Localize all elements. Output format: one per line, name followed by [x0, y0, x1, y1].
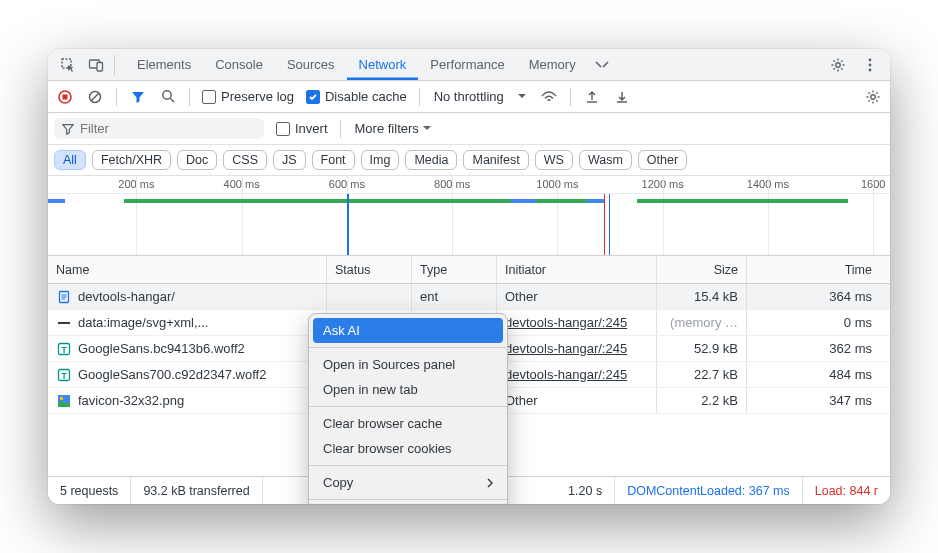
invert-checkbox[interactable]: Invert	[272, 121, 332, 136]
time-value: 362 ms	[829, 341, 872, 356]
time-value: 347 ms	[829, 393, 872, 408]
panel-tabs: Elements Console Sources Network Perform…	[125, 49, 818, 80]
disable-cache-label: Disable cache	[325, 89, 407, 104]
tab-network[interactable]: Network	[347, 49, 419, 80]
devtools-window: Elements Console Sources Network Perform…	[48, 49, 890, 504]
chip-media[interactable]: Media	[405, 150, 457, 170]
status-requests: 5 requests	[48, 477, 131, 504]
preserve-log-label: Preserve log	[221, 89, 294, 104]
kebab-menu-icon[interactable]	[856, 51, 884, 79]
tab-sources[interactable]: Sources	[275, 49, 347, 80]
more-tabs-icon[interactable]	[588, 49, 616, 80]
inspect-element-icon[interactable]	[54, 51, 82, 79]
invert-label: Invert	[295, 121, 328, 136]
search-icon[interactable]	[155, 84, 181, 110]
col-initiator[interactable]: Initiator	[497, 256, 657, 283]
initiator-link[interactable]: devtools-hangar/:245	[505, 341, 627, 356]
col-size[interactable]: Size	[657, 256, 747, 283]
settings-icon[interactable]	[824, 51, 852, 79]
request-name: devtools-hangar/	[78, 289, 175, 304]
request-name: data:image/svg+xml,...	[78, 315, 208, 330]
tab-console[interactable]: Console	[203, 49, 275, 80]
device-toolbar-icon[interactable]	[82, 51, 110, 79]
main-tabbar: Elements Console Sources Network Perform…	[48, 49, 890, 81]
clear-button[interactable]	[82, 84, 108, 110]
svg-text:T: T	[61, 370, 67, 380]
initiator-link[interactable]: devtools-hangar/:245	[505, 315, 627, 330]
throttling-label: No throttling	[434, 89, 504, 104]
request-name: GoogleSans700.c92d2347.woff2	[78, 367, 266, 382]
status-dcl: DOMContentLoaded: 367 ms	[615, 477, 803, 504]
preserve-log-checkbox[interactable]: Preserve log	[198, 89, 298, 104]
file-type-icon	[56, 315, 72, 331]
svg-point-11	[162, 91, 170, 99]
time-value: 484 ms	[829, 367, 872, 382]
network-toolbar: Preserve log Disable cache No throttling	[48, 81, 890, 113]
disable-cache-checkbox[interactable]: Disable cache	[302, 89, 411, 104]
type-value: ent	[420, 289, 438, 304]
network-conditions-icon[interactable]	[536, 84, 562, 110]
svg-rect-8	[63, 94, 68, 99]
chip-img[interactable]: Img	[361, 150, 400, 170]
tab-memory[interactable]: Memory	[517, 49, 588, 80]
size-value: 52.9 kB	[694, 341, 738, 356]
tab-performance[interactable]: Performance	[418, 49, 516, 80]
file-type-icon: T	[56, 367, 72, 383]
ctx-clear-cache[interactable]: Clear browser cache	[309, 411, 507, 436]
type-filter-chips: All Fetch/XHR Doc CSS JS Font Img Media …	[48, 145, 890, 176]
chip-all[interactable]: All	[54, 150, 86, 170]
ctx-clear-cookies[interactable]: Clear browser cookies	[309, 436, 507, 461]
chip-css[interactable]: CSS	[223, 150, 267, 170]
initiator-link[interactable]: devtools-hangar/:245	[505, 367, 627, 382]
context-menu: Ask AI Open in Sources panel Open in new…	[308, 313, 508, 504]
col-time[interactable]: Time	[747, 256, 890, 283]
status-load: Load: 844 r	[803, 477, 890, 504]
filter-input[interactable]	[80, 121, 256, 136]
ctx-copy[interactable]: Copy	[309, 470, 507, 495]
filter-input-wrapper[interactable]	[54, 118, 264, 139]
more-filters-button[interactable]: More filters	[349, 121, 437, 136]
ctx-ask-ai[interactable]: Ask AI	[313, 318, 503, 343]
size-value: 22.7 kB	[694, 367, 738, 382]
download-har-icon[interactable]	[609, 84, 635, 110]
time-value: 0 ms	[844, 315, 872, 330]
throttling-select[interactable]: No throttling	[428, 89, 532, 104]
svg-rect-24	[60, 397, 63, 400]
record-button[interactable]	[52, 84, 78, 110]
chip-ws[interactable]: WS	[535, 150, 573, 170]
chevron-right-icon	[487, 478, 493, 488]
col-name[interactable]: Name	[48, 256, 327, 283]
time-value: 364 ms	[829, 289, 872, 304]
chip-manifest[interactable]: Manifest	[463, 150, 528, 170]
size-value: 15.4 kB	[694, 289, 738, 304]
status-transferred: 93.2 kB transferred	[131, 477, 262, 504]
svg-point-5	[869, 63, 872, 66]
file-type-icon: T	[56, 341, 72, 357]
upload-har-icon[interactable]	[579, 84, 605, 110]
svg-point-6	[869, 68, 872, 71]
ctx-open-sources[interactable]: Open in Sources panel	[309, 352, 507, 377]
filter-toggle-icon[interactable]	[125, 84, 151, 110]
chip-doc[interactable]: Doc	[177, 150, 217, 170]
table-row[interactable]: devtools-hangar/entOther15.4 kB364 ms	[48, 284, 890, 310]
ctx-copy-label: Copy	[323, 475, 353, 490]
table-header: Name Status Type Initiator Size Time	[48, 256, 890, 284]
chip-js[interactable]: JS	[273, 150, 306, 170]
svg-rect-2	[97, 62, 103, 71]
size-value: (memory …	[670, 315, 738, 330]
svg-text:T: T	[61, 344, 67, 354]
svg-point-3	[836, 62, 840, 66]
chip-fetch-xhr[interactable]: Fetch/XHR	[92, 150, 171, 170]
col-status[interactable]: Status	[327, 256, 412, 283]
chip-other[interactable]: Other	[638, 150, 687, 170]
chip-font[interactable]: Font	[312, 150, 355, 170]
funnel-icon	[62, 123, 74, 135]
svg-line-12	[170, 99, 174, 103]
svg-point-4	[869, 58, 872, 61]
chip-wasm[interactable]: Wasm	[579, 150, 632, 170]
tab-elements[interactable]: Elements	[125, 49, 203, 80]
col-type[interactable]: Type	[412, 256, 497, 283]
ctx-open-tab[interactable]: Open in new tab	[309, 377, 507, 402]
network-settings-icon[interactable]	[860, 84, 886, 110]
timeline-overview[interactable]: 200 ms 400 ms 600 ms 800 ms 1000 ms 1200…	[48, 176, 890, 256]
